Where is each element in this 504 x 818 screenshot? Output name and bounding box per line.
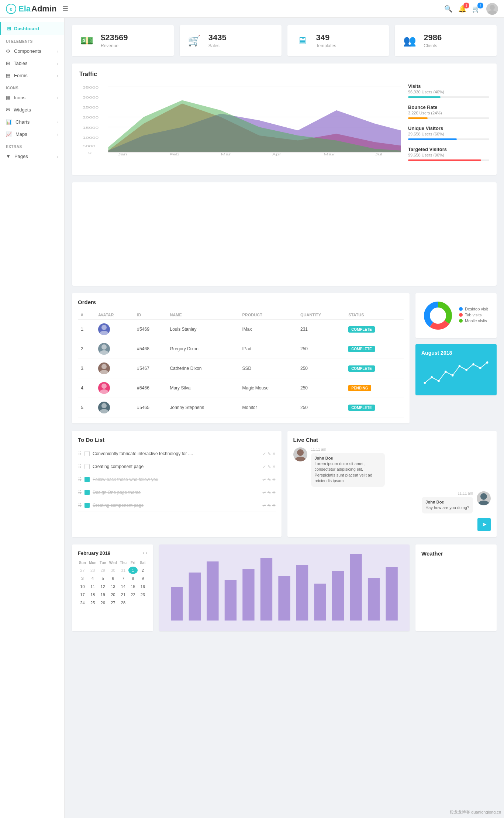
sidebar-item-components[interactable]: ⚙Components › [0,45,64,57]
calendar-day[interactable]: 3 [78,575,87,582]
todo-delete-action[interactable]: ✕ [272,490,276,495]
todo-check-action[interactable]: ✓ [263,464,266,469]
calendar-day[interactable]: 28 [88,567,98,574]
calendar-day[interactable]: 5 [98,575,107,582]
todo-check-action[interactable]: ✓ [263,503,266,508]
drag-handle[interactable]: ⠿ [78,464,82,470]
todo-delete-action[interactable]: ✕ [272,451,276,456]
sidebar-item-pages[interactable]: ▼Pages › [0,150,64,162]
todo-edit-action[interactable]: ✎ [267,464,271,469]
sidebar-item-tables[interactable]: ⊞Tables › [0,57,64,69]
todo-check-action[interactable]: ✓ [263,490,266,495]
calendar-day[interactable]: 22 [128,591,137,598]
todo-delete-action[interactable]: ✕ [272,477,276,482]
next-month-button[interactable]: › [146,550,147,556]
todo-actions: ✓ ✎ ✕ [263,490,276,495]
svg-text:5000: 5000 [83,145,96,148]
calendar-day[interactable]: 10 [78,583,87,590]
calendar-day[interactable]: 26 [98,599,107,606]
todo-check-action[interactable]: ✓ [263,451,266,456]
drag-handle[interactable]: ⠿ [78,502,82,508]
sidebar-item-charts[interactable]: 📊Charts › [0,116,64,128]
calendar-day[interactable]: 1 [128,567,137,574]
drag-handle[interactable]: ⠿ [78,489,82,495]
calendar-day-header: Thu [119,560,128,566]
calendar-day[interactable]: 8 [128,575,137,582]
calendar-day[interactable]: 7 [119,575,128,582]
logo-circle: e [6,4,16,14]
traffic-extra-space [72,182,497,286]
calendar-day[interactable]: 20 [108,591,118,598]
templates-value: 349 [316,33,336,42]
calendar-day[interactable]: 23 [138,591,147,598]
calendar-day[interactable]: 31 [119,567,128,574]
todo-edit-action[interactable]: ✎ [267,451,271,456]
drag-handle[interactable]: ⠿ [78,451,82,457]
calendar-day[interactable]: 21 [119,591,128,598]
hamburger-icon[interactable]: ☰ [62,5,68,13]
svg-rect-54 [171,587,183,621]
calendar-day[interactable] [128,599,137,606]
todo-checkbox[interactable] [84,451,90,456]
calendar-day[interactable] [138,599,147,606]
todo-delete-action[interactable]: ✕ [272,464,276,469]
svg-point-42 [438,380,440,382]
calendar-day[interactable]: 30 [108,567,118,574]
calendar-day[interactable]: 29 [98,567,107,574]
calendar-day[interactable]: 27 [78,567,87,574]
calendar-day-header: Tue [98,560,107,566]
calendar-day[interactable]: 15 [128,583,137,590]
calendar-day[interactable]: 2 [138,567,147,574]
svg-text:15000: 15000 [83,126,99,130]
search-icon[interactable]: 🔍 [444,5,452,13]
todo-check-action[interactable]: ✓ [263,477,266,482]
calendar-day[interactable]: 12 [98,583,107,590]
todo-edit-action[interactable]: ✎ [267,503,271,508]
todo-checkbox[interactable] [84,477,90,482]
todo-actions: ✓ ✎ ✕ [263,451,276,456]
calendar-day[interactable]: 13 [108,583,118,590]
calendar-nav[interactable]: ‹ › [143,550,147,556]
calendar-day[interactable]: 9 [138,575,147,582]
calendar-day[interactable]: 11 [88,583,98,590]
user-avatar[interactable] [486,3,498,15]
todo-checkbox[interactable] [84,490,90,495]
svg-point-46 [465,369,467,371]
calendar-day[interactable]: 19 [98,591,107,598]
svg-text:35000: 35000 [83,86,99,89]
svg-rect-60 [278,576,290,621]
notifications-icon[interactable]: 🔔 3 [458,5,466,13]
svg-point-48 [479,367,481,369]
pages-icon: ▼ [6,154,11,159]
svg-point-53 [478,501,489,505]
calendar-day[interactable]: 28 [119,599,128,606]
todo-checkbox[interactable] [84,503,90,508]
todo-edit-action[interactable]: ✎ [267,490,271,495]
prev-month-button[interactable]: ‹ [143,550,144,556]
col-num: # [78,310,95,320]
sidebar-item-icons[interactable]: ▦Icons › [0,92,64,104]
todo-checkbox[interactable] [84,464,90,469]
calendar-day[interactable]: 4 [88,575,98,582]
sidebar-item-maps[interactable]: 📈Maps › [0,128,64,140]
todo-delete-action[interactable]: ✕ [272,503,276,508]
calendar-day[interactable]: 27 [108,599,118,606]
calendar-day[interactable]: 18 [88,591,98,598]
svg-rect-55 [189,573,201,621]
send-button[interactable]: ➤ [477,518,491,531]
svg-rect-61 [296,565,308,621]
svg-rect-57 [225,580,237,621]
messages-icon[interactable]: 🛒 4 [472,5,480,13]
calendar-day[interactable]: 24 [78,599,87,606]
calendar-day[interactable]: 16 [138,583,147,590]
sidebar-item-dashboard[interactable]: ⊞ Dashboard [0,22,64,35]
calendar-day[interactable]: 25 [88,599,98,606]
sidebar-item-forms[interactable]: ▤Forms › [0,69,64,82]
calendar-day[interactable]: 17 [78,591,87,598]
calendar-day[interactable]: 6 [108,575,118,582]
sidebar-item-widgets[interactable]: ✉Widgets [0,104,64,116]
drag-handle[interactable]: ⠿ [78,477,82,482]
traffic-title: Traffic [79,71,489,78]
calendar-day[interactable]: 14 [119,583,128,590]
todo-edit-action[interactable]: ✎ [267,477,271,482]
